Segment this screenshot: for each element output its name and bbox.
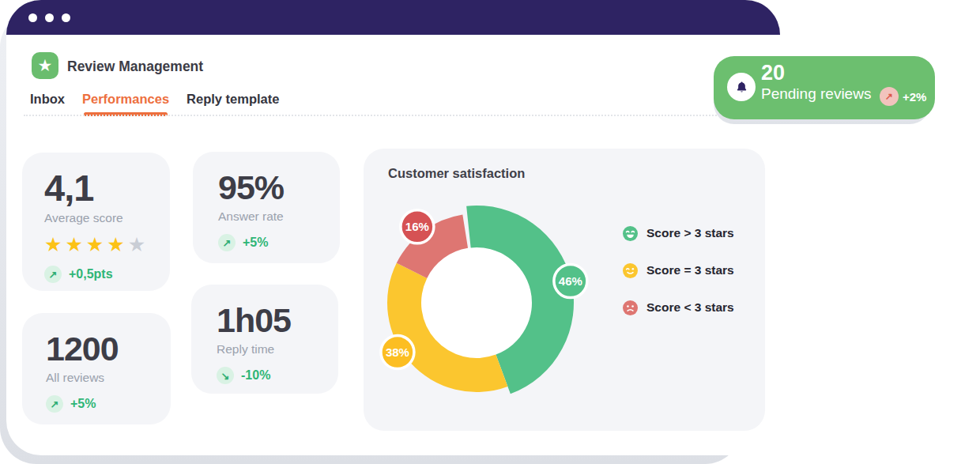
tab-divider [24, 115, 779, 116]
stat-value: 4,1 [44, 169, 170, 206]
trend-up-icon: ↗ [46, 395, 63, 413]
app-window: ★ Review Management Inbox Performances R… [6, 0, 780, 455]
stat-label: Reply time [217, 342, 338, 356]
happy-face-icon [623, 226, 638, 241]
app-logo-star-icon: ★ [32, 52, 58, 79]
window-titlebar [6, 0, 780, 35]
pending-reviews-notification[interactable]: 20 Pending reviews ↗ +2% [714, 56, 935, 119]
trend-value: -10% [241, 368, 270, 383]
stat-label: Average score [44, 211, 170, 225]
legend-item-score-below-3: Score < 3 stars [623, 300, 734, 315]
stat-card-reply-time: 1h05 Reply time ↘ -10% [191, 285, 338, 394]
star-filled-icon: ★ [107, 233, 127, 255]
page-title: Review Management [67, 58, 203, 75]
stat-value: 95% [218, 171, 340, 205]
tab-inbox[interactable]: Inbox [30, 92, 65, 116]
star-empty-icon: ★ [128, 233, 149, 255]
trend-up-icon: ↗ [880, 87, 899, 106]
trend-up-icon: ↗ [44, 266, 62, 283]
customer-satisfaction-panel: Customer satisfaction 46%38%16% Score > … [364, 149, 765, 431]
stat-card-answer-rate: 95% Answer rate ↗ +5% [193, 152, 340, 263]
pending-reviews-count: 20 [761, 62, 785, 84]
pending-reviews-label: Pending reviews [761, 85, 871, 103]
tab-reply-template[interactable]: Reply template [187, 92, 279, 116]
window-control-dot[interactable] [28, 13, 37, 22]
legend-label: Score < 3 stars [646, 300, 734, 315]
star-rating: ★★★★★ [44, 235, 170, 255]
star-filled-icon: ★ [44, 233, 65, 255]
chart-legend: Score > 3 stars Score = 3 stars [623, 226, 734, 338]
star-filled-icon: ★ [86, 233, 107, 255]
donut-badge-label: 38% [386, 345, 409, 359]
star-filled-icon: ★ [65, 233, 85, 255]
trend-down-icon: ↘ [217, 367, 234, 384]
stat-value: 1h05 [217, 304, 338, 338]
stat-label: All reviews [46, 371, 171, 385]
notification-trend-value: +2% [903, 90, 926, 104]
neutral-face-icon [623, 263, 638, 278]
sad-face-icon [623, 300, 638, 315]
window-control-dot[interactable] [62, 13, 70, 22]
bell-icon [727, 73, 756, 101]
trend-value: +5% [243, 236, 268, 250]
tab-performances[interactable]: Performances [82, 92, 169, 116]
donut-badge-label: 16% [405, 220, 429, 233]
window-control-dot[interactable] [45, 13, 54, 22]
trend-up-icon: ↗ [218, 234, 236, 251]
trend-value: +0,5pts [69, 267, 113, 281]
legend-item-score-equal-3: Score = 3 stars [623, 263, 734, 277]
screen: ★ Review Management Inbox Performances R… [0, 0, 980, 464]
tab-bar: Inbox Performances Reply template [30, 92, 279, 116]
stat-card-average-score: 4,1 Average score ★★★★★ ↗ +0,5pts [22, 153, 170, 291]
legend-item-score-above-3: Score > 3 stars [623, 226, 734, 240]
legend-label: Score > 3 stars [646, 226, 734, 240]
stat-card-all-reviews: 1200 All reviews ↗ +5% [22, 313, 171, 424]
legend-label: Score = 3 stars [646, 263, 734, 277]
stat-value: 1200 [46, 332, 171, 366]
stat-label: Answer rate [218, 209, 340, 224]
trend-value: +5% [70, 397, 96, 411]
donut-badge-label: 46% [559, 274, 582, 288]
